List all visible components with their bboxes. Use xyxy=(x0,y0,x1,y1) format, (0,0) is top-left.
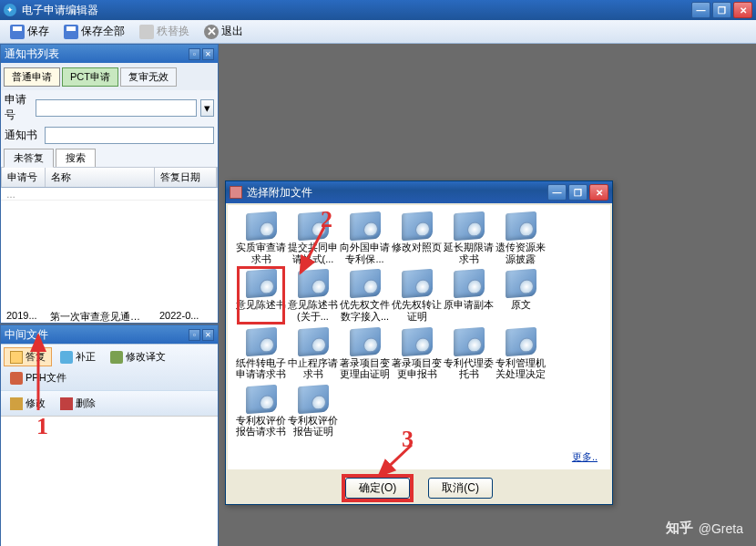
translate-button[interactable]: 修改译文 xyxy=(104,347,172,366)
reply-button[interactable]: 答复 xyxy=(4,347,52,366)
file-item[interactable]: 意见陈述书(关于... xyxy=(287,270,339,322)
dialog-icon xyxy=(230,186,242,199)
file-item[interactable]: 原文 xyxy=(495,270,547,322)
correct-button[interactable]: 补正 xyxy=(54,347,102,366)
document-icon xyxy=(298,385,329,414)
dialog-maximize-button[interactable]: ❐ xyxy=(568,184,587,201)
file-item[interactable]: 优先权文件数字接入... xyxy=(339,270,391,322)
file-label: 专利代理委托书 xyxy=(444,357,495,380)
document-icon xyxy=(246,326,277,355)
maximize-button[interactable]: ❐ xyxy=(712,2,731,18)
minimize-button[interactable]: — xyxy=(691,2,710,18)
save-button[interactable]: 保存 xyxy=(4,21,56,42)
file-label: 向外国申请专利保... xyxy=(340,242,391,264)
appno-dropdown-button[interactable]: ▾ xyxy=(200,99,214,117)
edit-button[interactable]: 修改 xyxy=(4,394,52,413)
save-all-button[interactable]: 保存全部 xyxy=(57,21,131,42)
more-link[interactable]: 更多.. xyxy=(572,450,598,464)
panel-close-button[interactable]: ✕ xyxy=(202,329,214,341)
replace-icon xyxy=(139,25,154,39)
panel-pin-button[interactable]: ▫ xyxy=(189,48,200,60)
document-icon xyxy=(506,326,536,355)
appno-label: 申请号 xyxy=(5,92,32,123)
file-item[interactable]: 著录项目变更理由证明 xyxy=(339,328,391,380)
annotation-1: 1 xyxy=(36,413,48,440)
file-label: 专利管理机关处理决定 xyxy=(495,357,547,380)
file-item[interactable]: 专利权评价报告证明 xyxy=(287,386,339,438)
middle-files-panel: 中间文件 ▫ ✕ 答复 补正 修改译文 PPH文件 修改 删除 xyxy=(0,325,219,546)
reply-icon xyxy=(10,351,23,364)
document-icon xyxy=(350,269,381,298)
main-titlebar: ✦ 电子申请编辑器 — ❐ ✕ xyxy=(0,0,756,20)
file-item[interactable]: 专利代理委托书 xyxy=(443,328,495,380)
grid-body[interactable]: … 2019... 第一次审查意见通知书 2022-0... xyxy=(1,188,218,323)
ppt-file-button[interactable]: PPH文件 xyxy=(4,368,73,387)
file-icon-grid[interactable]: 实质审查请求书提交共同申请格式(...向外国申请专利保...修改对照页延长期限请… xyxy=(228,205,610,469)
file-label: 专利权评价报告请求书 xyxy=(236,415,287,438)
dialog-minimize-button[interactable]: — xyxy=(547,184,567,201)
notice-input[interactable] xyxy=(45,127,214,144)
file-item[interactable]: 专利权评价报告请求书 xyxy=(235,386,287,438)
file-label: 意见陈述书 xyxy=(236,299,287,311)
exit-button[interactable]: ✕退出 xyxy=(198,21,250,42)
document-icon xyxy=(454,211,485,241)
file-item[interactable]: 意见陈述书 xyxy=(235,270,287,322)
cancel-button[interactable]: 取消(C) xyxy=(428,478,493,499)
panel-close-button[interactable]: ✕ xyxy=(202,48,214,60)
annotation-3: 3 xyxy=(402,426,414,453)
file-label: 中止程序请求书 xyxy=(288,357,339,380)
table-row[interactable]: … xyxy=(1,188,218,201)
close-button[interactable]: ✕ xyxy=(733,2,752,18)
subtab-unreplied[interactable]: 未答复 xyxy=(4,149,54,168)
document-icon xyxy=(298,326,329,355)
tab-normal-app[interactable]: 普通申请 xyxy=(4,67,60,87)
file-item[interactable]: 著录项目变更申报书 xyxy=(391,328,443,380)
correct-icon xyxy=(60,351,73,364)
delete-button[interactable]: 删除 xyxy=(54,394,102,413)
tab-reexam[interactable]: 复审无效 xyxy=(120,67,177,87)
app-icon: ✦ xyxy=(4,4,16,16)
file-item[interactable]: 向外国申请专利保... xyxy=(339,212,391,264)
file-label: 意见陈述书(关于... xyxy=(288,299,339,322)
save-all-icon xyxy=(64,25,78,39)
translate-icon xyxy=(110,351,123,364)
ok-button[interactable]: 确定(O) xyxy=(345,478,410,499)
file-item[interactable]: 专利管理机关处理决定 xyxy=(495,328,547,380)
document-icon xyxy=(454,269,485,298)
file-item[interactable]: 实质审查请求书 xyxy=(235,212,287,264)
panel-pin-button[interactable]: ▫ xyxy=(189,329,200,341)
file-item[interactable]: 原申请副本 xyxy=(443,270,495,322)
document-icon xyxy=(246,211,277,241)
tab-pct-app[interactable]: PCT申请 xyxy=(62,67,118,87)
watermark: 知乎 @Greta xyxy=(666,520,743,537)
file-label: 原文 xyxy=(495,299,547,311)
appno-input[interactable] xyxy=(36,99,197,117)
file-item[interactable]: 修改对照页 xyxy=(391,212,443,264)
document-icon xyxy=(298,269,329,298)
file-item[interactable]: 延长期限请求书 xyxy=(443,212,495,264)
save-icon xyxy=(10,25,25,39)
file-label: 著录项目变更理由证明 xyxy=(340,357,391,380)
file-label: 延长期限请求书 xyxy=(444,242,495,264)
app-title: 电子申请编辑器 xyxy=(22,3,691,18)
document-icon xyxy=(506,269,536,298)
file-label: 修改对照页 xyxy=(392,242,443,253)
file-list-area[interactable] xyxy=(1,416,218,546)
attach-file-dialog: 选择附加文件 — ❐ ✕ 实质审查请求书提交共同申请格式(...向外国申请专利保… xyxy=(225,180,613,505)
dialog-close-button[interactable]: ✕ xyxy=(589,184,608,201)
replace-button[interactable]: 秩替换 xyxy=(133,21,196,42)
file-label: 遗传资源来源披露 xyxy=(495,242,547,264)
file-label: 专利权评价报告证明 xyxy=(288,415,339,438)
delete-icon xyxy=(60,397,73,410)
panel-title: 中间文件 xyxy=(5,327,48,343)
file-item[interactable]: 优先权转让证明 xyxy=(391,270,443,322)
file-item[interactable]: 纸件转电子申请请求书 xyxy=(235,328,287,380)
document-icon xyxy=(246,269,277,298)
file-label: 优先权文件数字接入... xyxy=(340,299,391,322)
file-label: 实质审查请求书 xyxy=(236,242,287,264)
table-row[interactable]: 2019... 第一次审查意见通知书 2022-0... xyxy=(1,308,218,323)
file-label: 优先权转让证明 xyxy=(392,299,443,322)
subtab-search[interactable]: 搜索 xyxy=(56,149,96,167)
file-item[interactable]: 中止程序请求书 xyxy=(287,328,339,380)
file-item[interactable]: 遗传资源来源披露 xyxy=(495,212,547,264)
